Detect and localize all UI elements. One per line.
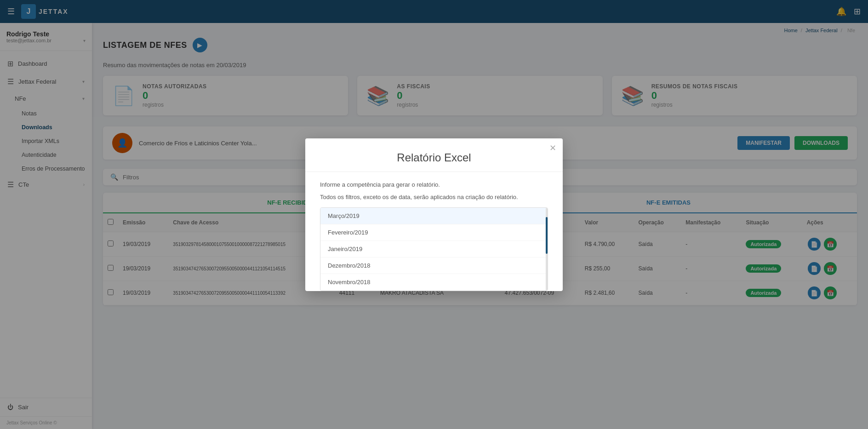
modal-info2: Todos os filtros, exceto os de data, ser… xyxy=(320,193,548,202)
dropdown-item-marco_2019[interactable]: Março/2019 xyxy=(320,208,548,224)
dropdown-item-novembro_2018[interactable]: Novembro/2018 xyxy=(320,274,548,291)
excel-modal: Relatório Excel ✕ Informe a competência … xyxy=(305,138,563,291)
dropdown-scrollbar xyxy=(546,208,548,291)
dropdown-item-dezembro_2018[interactable]: Dezembro/2018 xyxy=(320,257,548,274)
dropdown-scrollbar-thumb xyxy=(546,217,548,254)
modal-overlay[interactable]: Relatório Excel ✕ Informe a competência … xyxy=(0,0,868,429)
dropdown-item-janeiro_2019[interactable]: Janeiro/2019 xyxy=(320,241,548,257)
modal-dropdown[interactable]: Março/2019Fevereiro/2019Janeiro/2019Deze… xyxy=(320,207,548,291)
modal-title: Relatório Excel xyxy=(320,151,548,164)
dropdown-item-fevereiro_2019[interactable]: Fevereiro/2019 xyxy=(320,224,548,241)
modal-body: Informe a competência para gerar o relat… xyxy=(305,172,563,291)
modal-info1: Informe a competência para gerar o relat… xyxy=(320,180,548,189)
dropdown-list[interactable]: Março/2019Fevereiro/2019Janeiro/2019Deze… xyxy=(320,208,548,291)
modal-header: Relatório Excel ✕ xyxy=(305,138,563,172)
modal-close-button[interactable]: ✕ xyxy=(549,143,556,153)
